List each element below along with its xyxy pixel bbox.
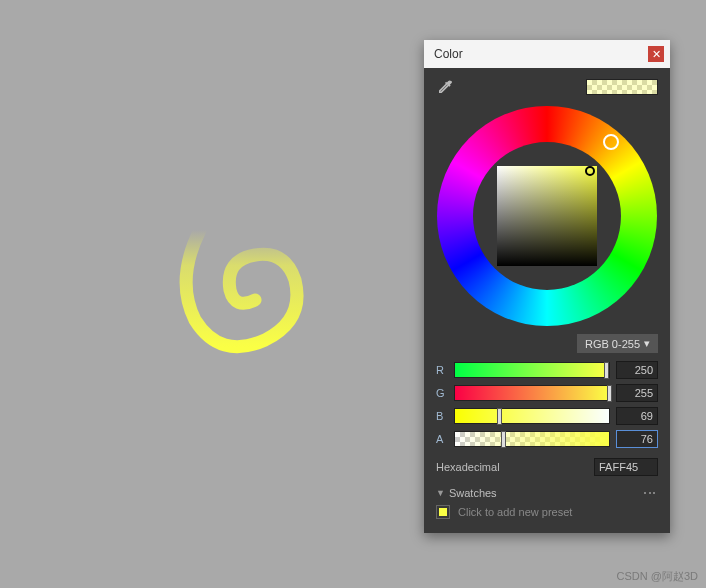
eyedropper-icon[interactable] — [436, 78, 454, 96]
b-label: B — [436, 410, 448, 422]
g-input[interactable] — [616, 384, 658, 402]
b-slider[interactable] — [454, 408, 610, 424]
g-slider[interactable] — [454, 385, 610, 401]
saturation-value-box[interactable] — [497, 166, 597, 266]
watermark: CSDN @阿赵3D — [617, 569, 698, 584]
g-label: G — [436, 387, 448, 399]
chevron-down-icon: ▾ — [644, 337, 650, 350]
add-preset-button[interactable]: Click to add new preset — [458, 506, 572, 518]
color-mode-dropdown[interactable]: RGB 0-255▾ — [577, 334, 658, 353]
panel-header: Color ✕ — [424, 40, 670, 68]
preset-swatch[interactable] — [436, 505, 450, 519]
swatches-toggle-icon[interactable]: ▼ — [436, 488, 445, 498]
a-input[interactable] — [616, 430, 658, 448]
hex-label: Hexadecimal — [436, 461, 500, 473]
color-picker-panel: Color ✕ RGB 0-255▾ R G B — [424, 40, 670, 533]
swatches-menu-icon[interactable]: ⋮ — [642, 486, 658, 499]
r-slider[interactable] — [454, 362, 610, 378]
panel-title: Color — [434, 47, 463, 61]
hue-cursor[interactable] — [603, 134, 619, 150]
r-label: R — [436, 364, 448, 376]
a-slider[interactable] — [454, 431, 610, 447]
hex-input[interactable] — [594, 458, 658, 476]
sv-cursor[interactable] — [585, 166, 595, 176]
current-color-swatch[interactable] — [586, 79, 658, 95]
swatches-label[interactable]: Swatches — [449, 487, 497, 499]
color-wheel[interactable] — [437, 106, 657, 326]
spiral-preview — [155, 200, 315, 360]
close-button[interactable]: ✕ — [648, 46, 664, 62]
r-input[interactable] — [616, 361, 658, 379]
b-input[interactable] — [616, 407, 658, 425]
a-label: A — [436, 433, 448, 445]
